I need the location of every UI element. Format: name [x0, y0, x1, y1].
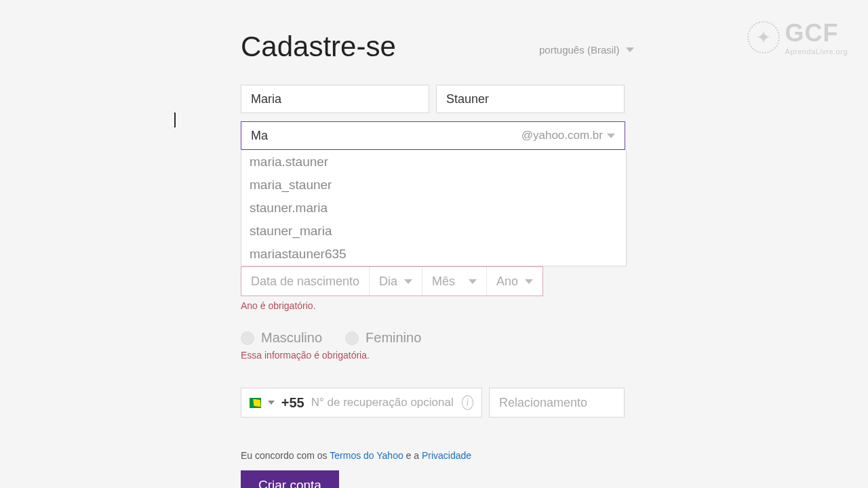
dob-month-select[interactable]: Mês [422, 267, 487, 296]
logo-main: GCF [785, 19, 848, 47]
gender-group: Masculino Feminino [241, 330, 627, 346]
dob-day-select[interactable]: Dia [370, 267, 422, 296]
gender-female-label: Feminino [366, 330, 421, 346]
dob-error: Ano é obrigatório. [241, 300, 627, 311]
brand-logo: GCF AprendaLivre.org [747, 19, 848, 56]
suggestion-item[interactable]: mariastauner635 [241, 243, 626, 266]
suggestion-item[interactable]: maria.stauner [241, 150, 626, 174]
suggestion-item[interactable]: maria_stauner [241, 174, 626, 197]
suggestion-item[interactable]: stauner_maria [241, 220, 626, 243]
page-title: Cadastre-se [241, 30, 627, 63]
relationship-placeholder: Relacionamento [499, 396, 587, 410]
gender-male-option[interactable]: Masculino [241, 330, 322, 346]
chevron-down-icon [607, 134, 615, 138]
chevron-down-icon [525, 279, 533, 284]
info-icon[interactable]: i [462, 395, 473, 410]
logo-sub: AprendaLivre.org [785, 47, 848, 56]
chevron-down-icon [404, 279, 412, 284]
radio-icon [241, 331, 254, 345]
terms-link[interactable]: Termos do Yahoo [330, 450, 403, 461]
email-username-field[interactable] [251, 129, 521, 143]
first-name-field[interactable] [241, 85, 429, 113]
terms-text: Eu concordo com os Termos do Yahoo e a P… [241, 450, 627, 461]
recovery-phone-field[interactable] [311, 396, 455, 409]
phone-field-wrapper: +55 i [241, 388, 482, 418]
suggestion-item[interactable]: stauner.maria [241, 197, 626, 220]
text-cursor-icon [174, 113, 176, 127]
privacy-link[interactable]: Privacidade [422, 450, 471, 461]
globe-icon [747, 21, 780, 54]
gender-female-option[interactable]: Feminino [345, 330, 421, 346]
chevron-down-icon [626, 47, 634, 52]
chevron-down-icon[interactable] [268, 401, 275, 405]
dob-label: Data de nascimento [241, 267, 370, 296]
email-suggestion-dropdown: maria.stauner maria_stauner stauner.mari… [241, 150, 627, 266]
email-domain-label: @yahoo.com.br [521, 129, 603, 142]
gender-error: Essa informação é obrigatória. [241, 350, 627, 361]
dob-group: Data de nascimento Dia Mês Ano [241, 266, 543, 296]
create-account-button[interactable]: Criar conta [241, 470, 339, 488]
country-code: +55 [281, 395, 304, 411]
chevron-down-icon [469, 279, 477, 284]
radio-icon [345, 331, 359, 345]
email-domain-selector[interactable]: @yahoo.com.br [521, 129, 615, 142]
last-name-field[interactable] [436, 85, 625, 113]
dob-year-select[interactable]: Ano [487, 267, 542, 296]
relationship-select[interactable]: Relacionamento [489, 388, 625, 418]
flag-icon[interactable] [250, 398, 261, 408]
gender-male-label: Masculino [261, 330, 322, 346]
email-field-wrapper: @yahoo.com.br maria.stauner maria_staune… [241, 121, 625, 150]
